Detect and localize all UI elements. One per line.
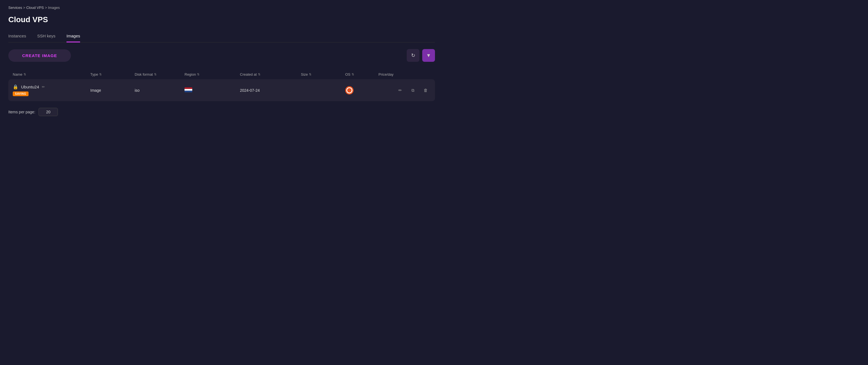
refresh-icon: ↻ <box>411 52 415 59</box>
col-name-sort-icon: ⇅ <box>24 72 26 76</box>
breadcrumb-sep2: > <box>45 5 48 10</box>
items-per-page-input[interactable] <box>38 108 58 116</box>
toolbar-actions: ↻ ▼ <box>407 49 435 62</box>
os-cell <box>345 86 378 94</box>
col-disk-format-sort-icon: ⇅ <box>154 72 157 76</box>
image-name: Ubuntu24 <box>21 85 39 89</box>
col-price-day-label: Price/day <box>378 72 394 77</box>
col-os-sort-icon: ⇅ <box>351 72 354 76</box>
name-cell: 🔒 Ubuntu24 ✏ SAVING <box>13 84 90 96</box>
table-row: 🔒 Ubuntu24 ✏ SAVING Image iso <box>8 79 435 101</box>
trash-icon: 🗑 <box>424 88 428 93</box>
filter-icon: ▼ <box>426 53 431 59</box>
delete-row-button[interactable]: 🗑 <box>421 85 431 95</box>
col-type[interactable]: Type ⇅ <box>90 72 135 77</box>
col-disk-format[interactable]: Disk format ⇅ <box>135 72 185 77</box>
tab-ssh-keys[interactable]: SSH keys <box>37 31 55 42</box>
create-image-button[interactable]: CREATE IMAGE <box>8 49 71 62</box>
row-actions: ✏ ⧉ 🗑 <box>378 85 431 95</box>
col-size-sort-icon: ⇅ <box>309 72 311 76</box>
lock-icon: 🔒 <box>13 84 18 90</box>
col-region-sort-icon: ⇅ <box>197 72 199 76</box>
breadcrumb: Services > Cloud VPS > Images <box>8 5 435 10</box>
col-disk-format-label: Disk format <box>135 72 153 77</box>
ubuntu-os-icon <box>345 86 353 94</box>
col-name[interactable]: Name ⇅ <box>13 72 90 77</box>
table-header: Name ⇅ Type ⇅ Disk format ⇅ Region ⇅ Cre… <box>8 69 435 79</box>
pagination-area: Items per page: <box>8 108 435 116</box>
col-size[interactable]: Size ⇅ <box>301 72 345 77</box>
region-cell <box>185 87 240 93</box>
col-region[interactable]: Region ⇅ <box>185 72 240 77</box>
col-os-label: OS <box>345 72 350 77</box>
images-table: Name ⇅ Type ⇅ Disk format ⇅ Region ⇅ Cre… <box>8 69 435 101</box>
created-at-cell: 2024-07-24 <box>240 88 301 93</box>
saving-badge: SAVING <box>13 91 29 96</box>
tabs-container: Instances SSH keys Images <box>8 31 435 42</box>
type-cell: Image <box>90 88 135 93</box>
edit-icon: ✏ <box>398 88 402 93</box>
col-name-label: Name <box>13 72 23 77</box>
breadcrumb-services[interactable]: Services <box>8 5 22 10</box>
col-os[interactable]: OS ⇅ <box>345 72 378 77</box>
status-badge: SAVING <box>13 91 90 96</box>
col-created-at[interactable]: Created at ⇅ <box>240 72 301 77</box>
disk-format-cell: iso <box>135 88 185 93</box>
col-size-label: Size <box>301 72 308 77</box>
filter-button[interactable]: ▼ <box>422 49 435 62</box>
col-type-sort-icon: ⇅ <box>99 72 102 76</box>
main-page: Services > Cloud VPS > Images Cloud VPS … <box>0 0 443 122</box>
copy-row-button[interactable]: ⧉ <box>408 85 418 95</box>
inline-edit-icon[interactable]: ✏ <box>42 85 45 89</box>
tab-images[interactable]: Images <box>66 31 80 42</box>
toolbar: CREATE IMAGE ↻ ▼ <box>8 49 435 62</box>
tab-instances[interactable]: Instances <box>8 31 26 42</box>
items-per-page-label: Items per page: <box>8 110 35 114</box>
col-created-at-label: Created at <box>240 72 257 77</box>
col-price-day: Price/day <box>378 72 431 77</box>
refresh-button[interactable]: ↻ <box>407 49 420 62</box>
col-created-at-sort-icon: ⇅ <box>258 72 260 76</box>
breadcrumb-images: Images <box>48 5 60 10</box>
col-type-label: Type <box>90 72 98 77</box>
col-region-label: Region <box>185 72 196 77</box>
flag-netherlands <box>185 87 192 92</box>
copy-icon: ⧉ <box>411 88 414 93</box>
breadcrumb-cloud-vps[interactable]: Cloud VPS <box>26 5 44 10</box>
name-row: 🔒 Ubuntu24 ✏ <box>13 84 90 90</box>
breadcrumb-sep1: > <box>23 5 26 10</box>
edit-row-button[interactable]: ✏ <box>395 85 405 95</box>
page-title: Cloud VPS <box>8 15 435 24</box>
